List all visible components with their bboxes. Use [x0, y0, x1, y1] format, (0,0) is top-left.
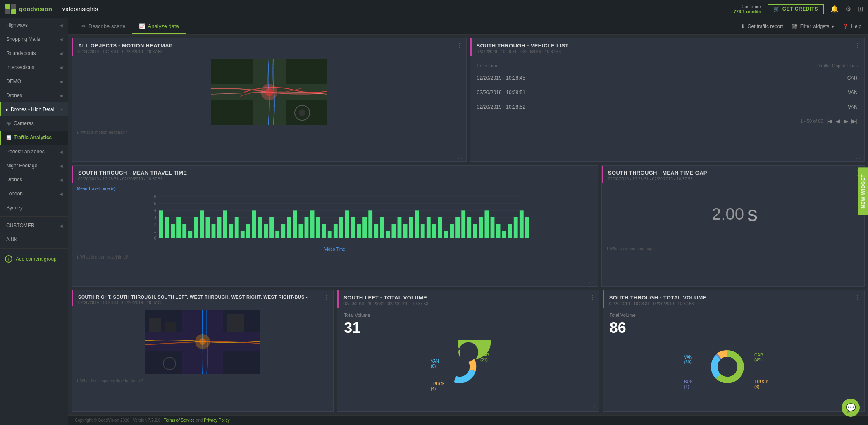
- widget-vehicle-list: SOUTH THROUGH - VEHICLE LIST 02/20/2019 …: [470, 38, 865, 162]
- sidebar-item-sydney[interactable]: Sydney: [0, 201, 68, 215]
- sidebar-item-london[interactable]: London ◀: [0, 187, 68, 201]
- sidebar-item-label: A UK: [6, 237, 17, 242]
- total-vol-num: 31: [337, 319, 599, 337]
- main-content: ✏ Describe scene 📈 Analyze data ⬇ Get tr…: [68, 18, 868, 425]
- widget-occupancy-heatmap: SOUTH RIGHT, SOUTH THROUGH, SOUTH LEFT, …: [72, 290, 334, 412]
- page-first-icon[interactable]: |◀: [827, 118, 833, 124]
- chevron-right-icon: ◀: [60, 93, 63, 98]
- tos-link[interactable]: Terms of Service: [164, 418, 194, 423]
- svg-rect-55: [322, 224, 326, 238]
- svg-rect-45: [264, 224, 268, 238]
- sidebar-item-pedestrian-zones[interactable]: Pedestrian zones ◀: [0, 145, 68, 159]
- sidebar-item-intersections[interactable]: Intersections ◀: [0, 60, 68, 74]
- notifications-icon[interactable]: 🔔: [830, 5, 839, 13]
- add-camera-group-button[interactable]: + Add camera group: [0, 250, 68, 268]
- widget-menu-icon[interactable]: ⋮: [854, 294, 861, 302]
- col-object-class: Traffic Object Class: [683, 61, 864, 71]
- sidebar-item-roundabouts[interactable]: Roundabouts ◀: [0, 46, 68, 60]
- widget-dates: 02/20/2019 - 10:28:31 - 02/20/2019 - 10:…: [78, 50, 461, 54]
- svg-rect-85: [496, 224, 501, 238]
- svg-rect-60: [351, 217, 355, 238]
- widget-footer: ⛶: [606, 279, 860, 284]
- page-prev-icon[interactable]: ◀: [836, 118, 840, 124]
- expand-icon[interactable]: ⛶: [325, 404, 329, 409]
- chart-label: Mean Travel Time (s): [77, 186, 593, 191]
- object-class: VAN: [683, 85, 864, 100]
- widget-menu-icon[interactable]: ⋮: [323, 294, 330, 302]
- sidebar-item-drones-high-detail[interactable]: ▸ Drones - High Detail ▾: [0, 102, 68, 116]
- chart-tab-icon: 📈: [139, 23, 145, 29]
- svg-rect-28: [165, 217, 169, 238]
- page-info: 1 - 50 of 86: [800, 119, 823, 123]
- expand-icon[interactable]: ⛶: [458, 154, 462, 159]
- svg-rect-90: [525, 217, 529, 238]
- expand-icon[interactable]: ⛶: [589, 279, 594, 284]
- expand-icon[interactable]: ⛶: [856, 279, 860, 284]
- privacy-link[interactable]: Privacy Policy: [204, 418, 229, 423]
- tab-analyze-label: Analyze data: [148, 23, 179, 29]
- filter-widgets-button[interactable]: 🎬 Filter widgets ▾: [792, 24, 835, 29]
- sidebar-item-label: Drones: [6, 177, 22, 183]
- widget-header: SOUTH THROUGH - MEAN TRAVEL TIME 02/20/2…: [72, 166, 598, 183]
- tab-describe[interactable]: ✏ Describe scene: [75, 19, 132, 34]
- svg-text:TRUCK: TRUCK: [431, 382, 445, 386]
- widget-menu-icon[interactable]: ⋮: [456, 42, 463, 50]
- svg-rect-86: [502, 231, 506, 238]
- time-unit: s: [747, 202, 758, 226]
- widget-menu-icon[interactable]: ⋮: [588, 169, 594, 177]
- widget-title: SOUTH RIGHT, SOUTH THROUGH, SOUTH LEFT, …: [78, 294, 328, 299]
- sidebar-item-highways[interactable]: Highways ◀: [0, 18, 68, 32]
- settings-icon[interactable]: ⚙: [845, 5, 851, 13]
- sidebar-item-drones2[interactable]: Drones ◀: [0, 173, 68, 187]
- header-right: Customer 776.1 credits 🛒 GET CREDITS 🔔 ⚙…: [734, 4, 863, 14]
- help-button[interactable]: ❓ Help: [842, 24, 861, 29]
- svg-rect-81: [473, 224, 477, 238]
- widget-footer: ⛶: [607, 404, 860, 409]
- page-last-icon[interactable]: ▶|: [851, 118, 858, 124]
- widget-info-label: What is mean travel time?: [80, 255, 128, 259]
- cart-icon: 🛒: [773, 6, 780, 12]
- sidebar-item-traffic-analytics[interactable]: 📊 Traffic Analytics: [0, 131, 68, 145]
- expand-icon[interactable]: ⛶: [856, 154, 860, 159]
- svg-rect-3: [11, 9, 16, 14]
- footer: Copyright © GoodVision 2020 · Version 7.…: [68, 415, 868, 425]
- sidebar-item-customer[interactable]: CUSTOMER ◀: [0, 218, 68, 233]
- chat-icon: 💬: [846, 403, 856, 413]
- widget-menu-icon[interactable]: ⋮: [589, 294, 596, 302]
- svg-rect-71: [415, 210, 419, 238]
- widget-motion-heatmap: ALL OBJECTS - MOTION HEATMAP 02/20/2019 …: [72, 38, 467, 162]
- svg-rect-50: [293, 210, 297, 238]
- sidebar-item-label: Shopping Malls: [6, 36, 40, 42]
- add-camera-group-label: Add camera group: [16, 256, 57, 262]
- info-icon: ℹ: [607, 247, 608, 251]
- svg-rect-59: [345, 210, 349, 238]
- new-widget-tab[interactable]: NEW WIDGET: [858, 168, 868, 215]
- chat-button[interactable]: 💬: [842, 399, 860, 417]
- get-credits-button[interactable]: 🛒 GET CREDITS: [768, 4, 824, 14]
- total-vol-label: Total Volume: [603, 308, 864, 319]
- sidebar-item-shopping-malls[interactable]: Shopping Malls ◀: [0, 32, 68, 46]
- get-traffic-report-button[interactable]: ⬇ Get traffic report: [741, 24, 783, 29]
- sidebar-item-label: Drones: [6, 93, 22, 98]
- widget-footer: ⛶: [76, 404, 329, 409]
- svg-text:CAR: CAR: [480, 353, 489, 357]
- expand-icon[interactable]: ⛶: [591, 404, 595, 409]
- sidebar-item-night-footage[interactable]: Night Footage ◀: [0, 159, 68, 173]
- sidebar-item-demo[interactable]: DEMO ◀: [0, 74, 68, 88]
- svg-rect-80: [467, 217, 471, 238]
- widget-footer: ⛶: [76, 279, 594, 284]
- svg-text:(1): (1): [684, 385, 689, 389]
- svg-rect-0: [5, 4, 10, 9]
- sidebar-item-drones[interactable]: Drones ◀: [0, 88, 68, 102]
- entry-time: 02/20/2019 - 10:28:52: [470, 100, 683, 114]
- widget-header: ALL OBJECTS - MOTION HEATMAP 02/20/2019 …: [72, 38, 466, 56]
- tab-analyze[interactable]: 📈 Analyze data: [132, 19, 186, 34]
- widget-menu-icon[interactable]: ⋮: [854, 42, 861, 50]
- svg-text:(4): (4): [431, 387, 436, 391]
- sidebar-item-auk[interactable]: A UK: [0, 233, 68, 247]
- grid-icon[interactable]: ⊞: [858, 5, 863, 13]
- sidebar-item-cameras[interactable]: 📷 Cameras: [0, 116, 68, 131]
- widget-header: SOUTH THROUGH - MEAN TIME GAP 02/20/2019…: [602, 166, 864, 183]
- page-next-icon[interactable]: ▶: [844, 118, 848, 124]
- svg-text:TRUCK: TRUCK: [754, 380, 769, 384]
